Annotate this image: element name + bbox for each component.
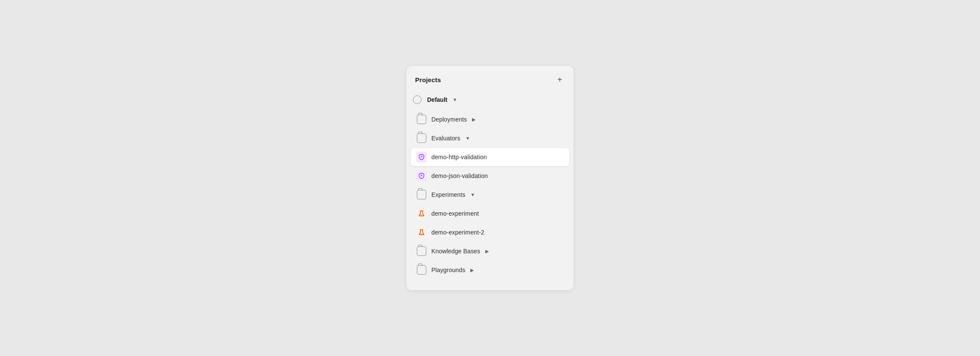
nav-item-evaluators: Evaluators▼ (411, 129, 569, 147)
nav-item-label-demo-http-validation: demo‑http‑validation (431, 154, 487, 160)
nav-item-demo-http-validation: demo‑http‑validation (411, 148, 569, 166)
nav-item-row-experiments[interactable]: Experiments▼ (411, 186, 569, 204)
nav-item-row-demo-experiment-2[interactable]: demo‑experiment‑2 (411, 223, 569, 241)
nav-item-playgrounds: Playgrounds▶ (411, 261, 569, 279)
chevron-icon-playgrounds: ▶ (470, 267, 474, 273)
svg-point-1 (421, 175, 422, 175)
shield-icon (418, 172, 425, 179)
default-project-row[interactable]: Default ▼ (407, 91, 573, 109)
nav-item-demo-experiment-2: demo‑experiment‑2 (411, 223, 569, 241)
add-project-button[interactable]: + (555, 74, 565, 85)
shield-icon (418, 154, 425, 160)
nav-item-label-demo-experiment: demo‑experiment (431, 210, 479, 217)
folder-icon (417, 246, 426, 256)
nav-item-row-demo-http-validation[interactable]: demo‑http‑validation (411, 148, 569, 166)
default-project-label: Default (427, 96, 447, 103)
nav-item-label-demo-experiment-2: demo‑experiment‑2 (431, 229, 484, 236)
folder-icon-wrap (416, 133, 427, 144)
nav-item-row-demo-json-validation[interactable]: demo‑json‑validation (411, 167, 569, 185)
nav-item-label-playgrounds: Playgrounds (431, 267, 465, 273)
experiment-icon-wrap (416, 208, 427, 219)
nav-list: Deployments▶Evaluators▼ demo‑http‑valida… (407, 110, 573, 279)
nav-item-deployments: Deployments▶ (411, 110, 569, 128)
shield-icon-wrap (416, 170, 427, 181)
folder-icon (417, 265, 426, 275)
chevron-icon-experiments: ▼ (470, 192, 475, 197)
chevron-icon-knowledge-bases: ▶ (485, 249, 489, 254)
nav-item-row-evaluators[interactable]: Evaluators▼ (411, 129, 569, 147)
nav-item-label-knowledge-bases: Knowledge Bases (431, 248, 480, 255)
svg-point-2 (421, 214, 422, 215)
svg-point-3 (422, 215, 422, 215)
folder-icon-wrap (416, 246, 427, 257)
experiment-icon (418, 229, 425, 236)
chevron-icon-evaluators: ▼ (466, 136, 470, 141)
nav-item-row-knowledge-bases[interactable]: Knowledge Bases▶ (411, 242, 569, 260)
nav-item-label-experiments: Experiments (431, 191, 465, 198)
circle-icon (413, 95, 422, 104)
nav-item-row-playgrounds[interactable]: Playgrounds▶ (411, 261, 569, 279)
folder-icon-wrap (416, 264, 427, 276)
panel-header: Projects + (407, 74, 573, 91)
folder-icon-wrap (416, 189, 427, 200)
nav-item-demo-experiment: demo‑experiment (411, 205, 569, 222)
svg-point-5 (422, 234, 422, 234)
folder-icon (417, 190, 426, 199)
nav-item-label-deployments: Deployments (431, 116, 467, 123)
experiment-icon (418, 210, 425, 217)
chevron-icon-deployments: ▶ (472, 117, 475, 122)
shield-icon-wrap (416, 151, 427, 163)
nav-item-row-deployments[interactable]: Deployments▶ (411, 110, 569, 128)
folder-icon-wrap (416, 114, 427, 125)
nav-item-label-demo-json-validation: demo‑json‑validation (431, 172, 488, 179)
folder-icon (417, 134, 426, 143)
panel-title: Projects (415, 76, 441, 83)
nav-item-experiments: Experiments▼ (411, 186, 569, 204)
nav-item-demo-json-validation: demo‑json‑validation (411, 167, 569, 185)
default-chevron-icon: ▼ (452, 97, 457, 102)
projects-panel: Projects + Default ▼ Deployments▶Evaluat… (407, 66, 573, 290)
svg-point-0 (421, 156, 422, 157)
nav-item-label-evaluators: Evaluators (431, 135, 460, 142)
svg-point-4 (421, 233, 422, 234)
folder-icon (417, 115, 426, 124)
experiment-icon-wrap (416, 227, 427, 238)
nav-item-row-demo-experiment[interactable]: demo‑experiment (411, 205, 569, 222)
default-circle-icon-wrap (412, 94, 423, 105)
nav-item-knowledge-bases: Knowledge Bases▶ (411, 242, 569, 260)
